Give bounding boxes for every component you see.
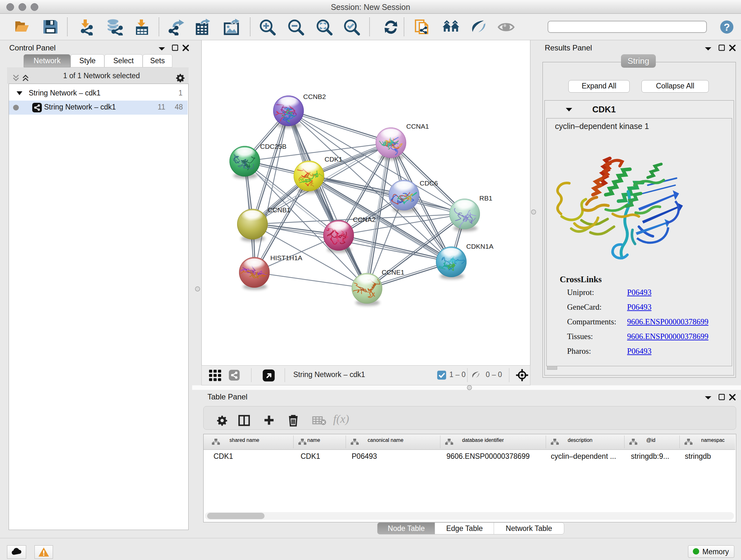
svg-text:CDKN1A: CDKN1A xyxy=(466,243,493,250)
svg-text:CCNB2: CCNB2 xyxy=(303,93,326,100)
svg-text:CDK1: CDK1 xyxy=(325,155,342,163)
svg-text:HIST1H1A: HIST1H1A xyxy=(270,254,302,261)
svg-text:CCNA2: CCNA2 xyxy=(353,216,376,223)
svg-text:CCNB1: CCNB1 xyxy=(268,206,290,213)
svg-text:?: ? xyxy=(724,21,730,33)
svg-text:RB1: RB1 xyxy=(479,194,492,202)
svg-text:CDC25B: CDC25B xyxy=(260,143,286,150)
svg-text:CCNE1: CCNE1 xyxy=(382,268,404,276)
svg-text:CDC6: CDC6 xyxy=(420,179,438,187)
svg-text:CCNA1: CCNA1 xyxy=(406,123,429,130)
